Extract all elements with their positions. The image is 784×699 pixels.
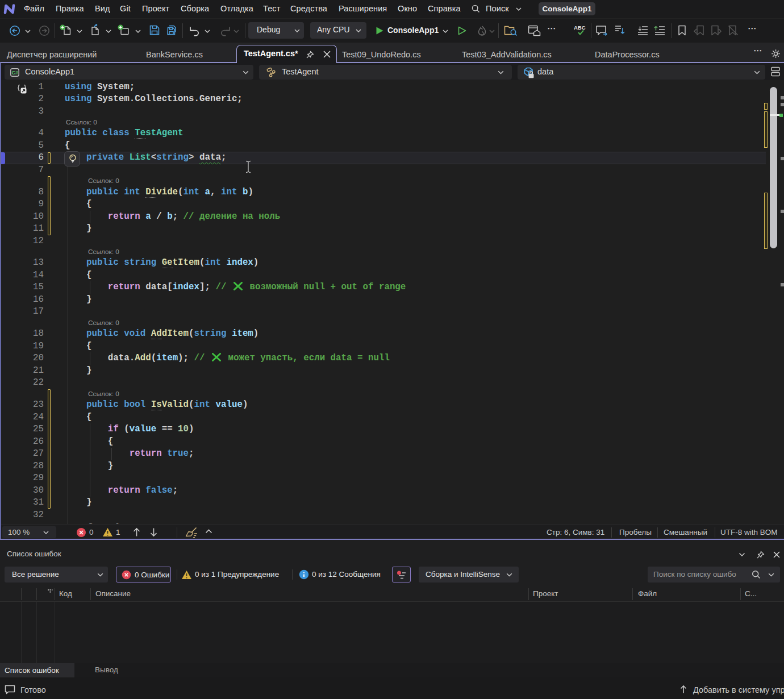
svg-text:ABC: ABC — [574, 24, 586, 31]
svg-text:C#: C# — [11, 70, 18, 76]
